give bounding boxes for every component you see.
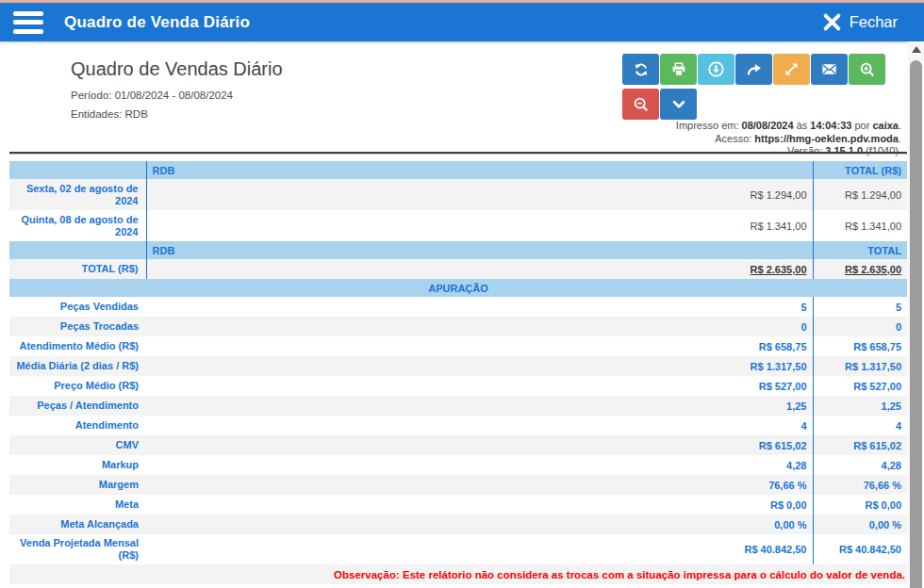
section-header: APURAÇÃO [9,279,907,297]
rdb-value: 4 [146,416,813,435]
row-label: Meta Alcançada [9,514,146,534]
report-toolbar [622,54,886,123]
refresh-button[interactable] [622,54,659,85]
divider [9,152,907,155]
rdb-value: R$ 40.842,50 [146,534,813,564]
total-value: R$ 1.317,50 [813,356,907,376]
sales-table: RDB TOTAL (R$) Sexta, 02 de agosto de 20… [9,161,907,584]
app-topbar: Quadro de Venda Diário Fechar [0,3,924,41]
email-button[interactable] [811,54,848,85]
row-label: Preço Médio (R$) [9,376,146,396]
hamburger-icon [13,11,43,16]
entity-column-header: RDB [146,241,813,259]
rdb-value: R$ 658,75 [146,336,813,356]
total-value: 0 [813,317,907,336]
rdb-value: R$ 527,00 [146,376,813,396]
menu-button[interactable] [13,11,43,34]
rdb-value: R$ 615,02 [146,435,813,455]
row-label: Peças / Atendimento [9,396,146,416]
row-label: Venda Projetada Mensal (R$) [9,534,146,564]
access-line: Acesso: https://hmg-oeklen.pdv.moda. [676,133,901,146]
total-value: R$ 0,00 [813,495,907,514]
total-value: 0,00 % [813,514,907,534]
row-label: Margem [9,475,146,495]
metric-row: Atendimento Médio (R$)R$ 658,75R$ 658,75 [9,336,907,356]
rdb-value: 5 [146,297,813,317]
rdb-value: 1,25 [146,396,813,416]
row-label: Peças Trocadas [9,317,146,336]
total-row: TOTAL (R$) R$ 2.635,00 R$ 2.635,00 [9,259,907,279]
scrollbar-thumb[interactable] [910,60,922,588]
metric-row: Meta Alcançada0,00 %0,00 % [9,514,907,534]
total-value: R$ 658,75 [813,336,907,356]
chevron-down-icon [670,96,687,113]
total-value: 4 [813,416,907,435]
entity-column-header: RDB [146,161,813,179]
rdb-value: R$ 1.294,00 [146,179,813,210]
empty-header-cell [9,241,146,259]
metric-row: Peças / Atendimento1,251,25 [9,396,907,416]
printed-line: Impresso em: 08/08/2024 às 14:04:33 por … [676,120,901,133]
rdb-value: 4,28 [146,455,813,475]
access-url: https://hmg-oeklen.pdv.moda [754,133,899,144]
zoom-out-button[interactable] [622,89,659,120]
row-label: CMV [9,435,146,455]
rdb-value: R$ 1.341,00 [146,210,813,241]
close-button[interactable]: Fechar [816,3,903,41]
metric-row: CMVR$ 615,02R$ 615,02 [9,435,907,455]
expand-button[interactable] [773,54,810,85]
total-column-header: TOTAL [813,241,907,259]
metric-row: Venda Projetada Mensal (R$)R$ 40.842,50R… [9,534,907,564]
rdb-value: R$ 0,00 [146,495,813,514]
row-label: Média Diária (2 dias / R$) [9,356,146,376]
topbar-title: Quadro de Venda Diário [64,13,250,32]
total-value: R$ 2.635,00 [813,259,907,279]
entities-label: Entidades: RDB [71,108,148,120]
row-label: Atendimento [9,416,146,435]
print-button[interactable] [660,54,697,85]
row-label: Meta [9,495,146,514]
period-label: Período: 01/08/2024 - 08/08/2024 [71,90,233,101]
vertical-scrollbar[interactable] [908,41,924,588]
total-value: 5 [813,297,907,317]
zoom-in-button[interactable] [849,54,885,85]
section-header-row: APURAÇÃO [9,279,907,297]
entity-header-row-2: RDB TOTAL [9,241,907,259]
observation-text: Observação: Este relátorio não considera… [9,564,907,584]
share-button[interactable] [735,54,772,85]
row-label: Markup [9,455,146,475]
date-row: Quinta, 08 de agosto de 2024R$ 1.341,00R… [9,210,907,241]
entity-header-row: RDB TOTAL (R$) [9,161,907,179]
download-icon [707,60,725,78]
expand-icon [784,61,800,77]
row-label: Atendimento Médio (R$) [9,336,146,356]
zoom-out-icon [633,96,650,113]
collapse-button[interactable] [660,89,697,120]
total-value: R$ 527,00 [813,376,907,396]
total-value: 1,25 [813,396,907,416]
page-title: Quadro de Vendas Diário [71,58,283,80]
sales-table-wrap: RDB TOTAL (R$) Sexta, 02 de agosto de 20… [9,161,907,584]
rdb-value: R$ 2.635,00 [146,259,813,279]
refresh-icon [633,61,650,78]
rdb-value: 76,66 % [146,475,813,495]
share-icon [746,61,763,78]
row-label: Sexta, 02 de agosto de 2024 [9,179,146,210]
total-value: R$ 1.341,00 [813,210,907,241]
metric-row: Peças Trocadas00 [9,317,907,336]
total-value: R$ 1.294,00 [813,179,907,210]
metric-row: MetaR$ 0,00R$ 0,00 [9,495,907,514]
metric-row: Preço Médio (R$)R$ 527,00R$ 527,00 [9,376,907,396]
row-label: Peças Vendidas [9,297,146,317]
total-value: R$ 40.842,50 [813,534,907,564]
metric-row: Margem76,66 %76,66 % [9,475,907,495]
download-button[interactable] [698,54,734,85]
close-label: Fechar [850,13,898,31]
total-value: 76,66 % [813,475,907,495]
scroll-up-arrow-icon[interactable] [912,46,921,53]
empty-header-cell [9,161,146,179]
zoom-in-icon [859,61,876,78]
metric-row: Atendimento44 [9,416,907,435]
print-icon [670,61,687,78]
row-label: TOTAL (R$) [9,259,146,279]
